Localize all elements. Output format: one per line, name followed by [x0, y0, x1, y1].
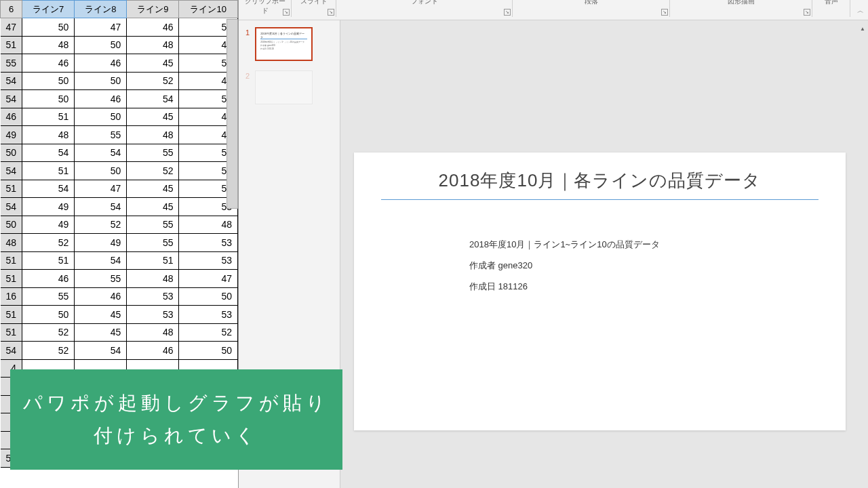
cell[interactable]: 53 — [179, 251, 238, 270]
slide-body[interactable]: 2018年度10月｜ライン1~ライン10の品質データ 作成者 gene320 作… — [381, 234, 818, 298]
cell[interactable]: 51 — [1, 323, 22, 342]
cell[interactable]: 46 — [127, 18, 179, 37]
cell[interactable]: 54 — [1, 342, 22, 360]
cell[interactable]: 46 — [75, 54, 127, 73]
cell[interactable]: 49 — [22, 198, 75, 216]
col-header-line9[interactable]: ライン9 — [127, 1, 179, 18]
cell[interactable]: 54 — [1, 198, 22, 216]
thumbnail-slide-2[interactable]: 2 — [245, 70, 333, 104]
table-row[interactable]: 5154474555 — [1, 180, 238, 198]
cell[interactable]: 50 — [1, 216, 22, 234]
cell[interactable]: 54 — [22, 144, 75, 162]
cell[interactable]: 48 — [22, 36, 75, 54]
cell[interactable]: 50 — [75, 108, 127, 126]
cell[interactable]: 46 — [127, 342, 179, 360]
table-row[interactable]: 5152454852 — [1, 323, 238, 342]
cell[interactable]: 52 — [22, 234, 75, 252]
cell[interactable]: 51 — [22, 162, 75, 180]
slide-canvas[interactable]: 2018年度10月｜各ラインの品質データ 2018年度10月｜ライン1~ライン1… — [354, 152, 846, 430]
cell[interactable]: 51 — [1, 270, 22, 288]
cell[interactable]: 50 — [75, 162, 127, 180]
table-row[interactable]: 5449544553 — [1, 198, 238, 216]
cell[interactable]: 51 — [127, 251, 179, 270]
cell[interactable]: 53 — [127, 287, 179, 306]
cell[interactable]: 54 — [75, 342, 127, 360]
table-row[interactable]: 4750474655 — [1, 18, 238, 37]
cell[interactable]: 50 — [75, 72, 127, 90]
dialog-launcher-icon[interactable]: ↘ — [328, 9, 334, 16]
cell[interactable]: 51 — [1, 180, 22, 198]
cell[interactable]: 49 — [75, 234, 127, 252]
col-header-line10[interactable]: ライン10 — [179, 1, 238, 18]
table-row[interactable]: 5146554847 — [1, 270, 238, 288]
dialog-launcher-icon[interactable]: ↘ — [283, 9, 290, 16]
cell[interactable]: 55 — [75, 270, 127, 288]
cell[interactable]: 50 — [22, 18, 75, 37]
table-row[interactable]: 5148504845 — [1, 36, 238, 54]
cell[interactable]: 48 — [179, 216, 238, 234]
cell[interactable]: 53 — [179, 306, 238, 324]
col-header-6[interactable]: 6 — [1, 1, 22, 18]
table-row[interactable]: 5546464553 — [1, 54, 238, 73]
table-row[interactable]: 5450505245 — [1, 72, 238, 90]
cell[interactable]: 55 — [22, 287, 75, 306]
cell[interactable]: 50 — [1, 144, 22, 162]
scroll-up-icon[interactable]: ▲ — [857, 24, 868, 35]
col-header-line8[interactable]: ライン8 — [75, 1, 127, 18]
cell[interactable]: 52 — [22, 342, 75, 360]
table-row[interactable]: 5150455353 — [1, 306, 238, 324]
cell[interactable]: 53 — [179, 234, 238, 252]
cell[interactable]: 51 — [22, 251, 75, 270]
cell[interactable]: 51 — [1, 36, 22, 54]
ribbon-group-音声[interactable]: 音声 — [812, 0, 850, 17]
cell[interactable]: 50 — [179, 287, 238, 306]
table-row[interactable]: 4948554845 — [1, 126, 238, 144]
cell[interactable]: 53 — [127, 306, 179, 324]
cell[interactable]: 45 — [75, 323, 127, 342]
cell[interactable]: 51 — [1, 251, 22, 270]
cell[interactable]: 48 — [127, 126, 179, 144]
dialog-launcher-icon[interactable]: ↘ — [804, 9, 810, 16]
col-header-line7[interactable]: ライン7 — [22, 1, 75, 18]
dialog-launcher-icon[interactable]: ↘ — [661, 9, 668, 16]
cell[interactable]: 52 — [127, 72, 179, 90]
cell[interactable]: 46 — [75, 287, 127, 306]
excel-scrollbar[interactable] — [226, 19, 238, 209]
cell[interactable]: 55 — [127, 216, 179, 234]
cell[interactable]: 50 — [22, 90, 75, 108]
table-row[interactable]: 5450465451 — [1, 90, 238, 108]
table-row[interactable]: 5451505250 — [1, 162, 238, 180]
cell[interactable]: 51 — [22, 108, 75, 126]
thumbnail-slide-1[interactable]: 1 2018年度10月｜各ラインの品質データ 2018年度10月｜ライン1~ライ… — [245, 27, 333, 61]
slide-title[interactable]: 2018年度10月｜各ラインの品質データ — [381, 169, 818, 198]
cell[interactable]: 46 — [22, 270, 75, 288]
cell[interactable]: 54 — [75, 198, 127, 216]
cell[interactable]: 47 — [75, 180, 127, 198]
cell[interactable]: 54 — [1, 162, 22, 180]
cell[interactable]: 49 — [22, 216, 75, 234]
table-row[interactable]: 5054545552 — [1, 144, 238, 162]
cell[interactable]: 55 — [1, 54, 22, 73]
table-row[interactable]: 4651504546 — [1, 108, 238, 126]
cell[interactable]: 47 — [75, 18, 127, 37]
cell[interactable]: 45 — [127, 180, 179, 198]
dialog-launcher-icon[interactable]: ↘ — [504, 9, 511, 16]
cell[interactable]: 50 — [75, 36, 127, 54]
cell[interactable]: 54 — [75, 144, 127, 162]
ribbon-group-図形描画[interactable]: 図形描画↘ — [670, 0, 812, 17]
cell[interactable]: 52 — [179, 323, 238, 342]
cell[interactable]: 49 — [1, 126, 22, 144]
cell[interactable]: 45 — [75, 306, 127, 324]
cell[interactable]: 54 — [75, 251, 127, 270]
cell[interactable]: 46 — [75, 90, 127, 108]
cell[interactable]: 52 — [22, 323, 75, 342]
cell[interactable]: 54 — [1, 72, 22, 90]
ribbon-group-クリップボード[interactable]: クリップボード↘ — [239, 0, 292, 17]
cell[interactable]: 45 — [127, 198, 179, 216]
cell[interactable]: 50 — [22, 72, 75, 90]
cell[interactable]: 47 — [1, 18, 22, 37]
ribbon-collapse-icon[interactable]: ︿ — [857, 6, 864, 16]
cell[interactable]: 48 — [22, 126, 75, 144]
table-row[interactable]: 1655465350 — [1, 287, 238, 306]
cell[interactable]: 45 — [127, 108, 179, 126]
